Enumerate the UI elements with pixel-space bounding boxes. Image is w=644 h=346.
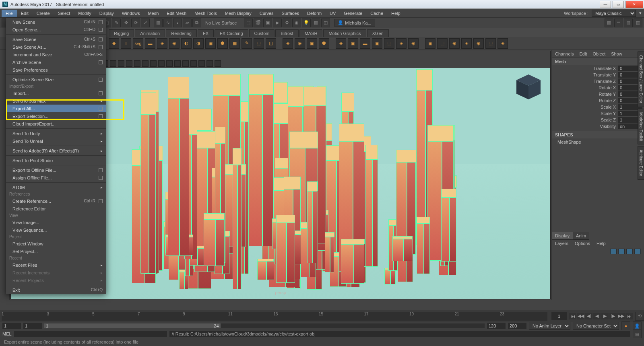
viewport-icon-20[interactable] [174,60,181,67]
shelf-tab-bifrost[interactable]: Bifrost [275,29,298,37]
viewport-icon-15[interactable] [134,60,140,67]
snap-plane-button[interactable]: ▱ [183,19,192,27]
viewport-icon-19[interactable] [166,60,173,67]
file-menu-export-to-offline-file[interactable]: Export to Offline File... [6,166,106,174]
go-to-start-button[interactable]: ⏮ [569,313,576,319]
attribute-editor-toggle-icon[interactable]: ▥ [634,19,642,27]
menu-item-select[interactable]: Select [54,10,74,17]
shelf-button-31[interactable]: ◈ [497,38,508,49]
file-menu-send-to-unreal[interactable]: Send To Unreal▸ [6,137,106,145]
autokey-button[interactable]: ● [621,321,630,330]
render-frame-button[interactable]: ▣ [263,19,272,27]
menu-item-deform[interactable]: Deform [303,10,326,17]
shelf-button-11[interactable]: ✎ [242,38,252,49]
menu-item-create[interactable]: Create [33,10,54,17]
file-menu-save-scene[interactable]: Save SceneCtrl+S [6,35,106,43]
render-settings-button[interactable]: ⚙ [283,19,291,27]
menu-item-uv[interactable]: UV [326,10,340,17]
shelf-button-26[interactable]: ⬚ [437,38,448,49]
shelf-button-9[interactable]: ⬢ [217,38,228,49]
menu-item-surfaces[interactable]: Surfaces [278,10,303,17]
snap-point-button[interactable]: • [173,19,182,27]
step-forward-button[interactable]: |▶ [609,313,617,319]
file-menu-increment-and-save[interactable]: Increment and SaveCtrl+Alt+S [6,51,106,58]
shelf-button-10[interactable]: ▦ [229,38,240,49]
menu-item-mesh[interactable]: Mesh [144,10,163,17]
viewcube-icon[interactable] [512,71,545,103]
render-button[interactable]: 🎬 [254,19,262,27]
ipr-button[interactable]: ▶ [273,19,282,27]
layer-template-icon[interactable] [626,249,633,254]
viewport-icon-12[interactable] [110,60,116,67]
menu-item-mesh-tools[interactable]: Mesh Tools [190,10,221,17]
file-menu-import[interactable]: Import... [6,89,106,97]
shelf-tab-rendering[interactable]: Rendering [166,29,197,37]
shape-name[interactable]: MeshShape [552,138,644,146]
shelf-button-30[interactable]: ⬚ [485,38,496,49]
magnet-icon[interactable]: ⧉ [192,19,201,27]
panel-layout2-button[interactable]: ◫ [321,19,330,27]
workspace-settings-icon[interactable]: ▾ [639,10,642,16]
hypershade-button[interactable]: ◉ [292,19,301,27]
shelf-button-2[interactable]: svg [133,38,143,49]
range-slider-track[interactable]: 124 [44,323,485,328]
file-menu-archive-scene[interactable]: Archive Scene [6,58,106,66]
shelf-button-5[interactable]: ◉ [169,38,180,49]
shelf-button-17[interactable]: ⬢ [319,38,329,49]
viewport-icon-13[interactable] [118,60,124,67]
file-menu-send-to-unity[interactable]: Send To Unity▸ [6,130,106,137]
menu-item-edit[interactable]: Edit [17,10,33,17]
anim-prefs-button[interactable]: 👤 [633,321,642,330]
current-frame-field[interactable]: 1 [551,312,567,320]
option-box-icon[interactable] [99,60,103,64]
channelbox-menu-edit[interactable]: Edit [579,51,587,56]
option-box-icon[interactable] [99,107,103,111]
channelbox-menu-channels[interactable]: Channels [555,51,574,56]
shelf-button-18[interactable]: ◈ [336,38,346,49]
shelf-button-6[interactable]: ◐ [181,38,192,49]
playback-end-field[interactable]: 120 [487,323,506,329]
option-box-icon[interactable] [99,28,103,32]
option-box-icon[interactable] [99,114,103,118]
menu-item-file[interactable]: File [2,10,17,17]
menu-item-modify[interactable]: Modify [74,10,95,17]
layer-new-icon[interactable] [634,249,641,254]
shelf-tab-mash[interactable]: MASH [299,29,323,37]
file-menu-atom[interactable]: ATOM▸ [6,183,106,191]
shelf-tab-xgen[interactable]: XGen [367,29,389,37]
file-menu-create-reference[interactable]: Create Reference...Ctrl+R [6,197,106,205]
snap-curve-button[interactable]: ∿ [163,19,172,27]
file-menu-open-scene[interactable]: Open Scene...Ctrl+O [6,26,106,33]
layer-visibility-icon[interactable] [610,249,617,254]
channel-object-name[interactable]: Mesh [552,58,644,65]
file-menu-cloud-import-export[interactable]: Cloud Import/Export... [6,120,106,128]
file-menu-optimize-scene-size[interactable]: Optimize Scene Size [6,76,106,83]
account-button[interactable]: 👤 Michalis Ka... [334,19,375,27]
option-box-icon[interactable] [99,20,103,24]
option-box-icon[interactable] [99,176,103,180]
shelf-tab-rigging[interactable]: Rigging [109,29,134,37]
panel-layout-button[interactable]: ▦ [312,19,320,27]
layer-help-menu[interactable]: Help [597,241,606,246]
viewport-icon-22[interactable] [190,60,197,67]
time-slider[interactable]: 1357911131517192123 1 ⏮ ◀◀ ◀| ◀ ▶ |▶ ▶▶ … [0,310,644,322]
file-menu-send-to-adobe-r-after-effects-r[interactable]: Send to Adobe(R) After Effects(R)▸ [6,147,106,154]
shelf-button-28[interactable]: ◈ [461,38,472,49]
viewport-icon-23[interactable] [198,60,205,67]
layer-options-menu[interactable]: Options [575,241,590,246]
layer-playback-icon[interactable] [618,249,625,254]
option-box-icon[interactable] [99,45,103,49]
file-menu-send-to-print-studio[interactable]: Send To Print Studio [6,157,106,164]
menu-item-generate[interactable]: Generate [340,10,366,17]
script-editor-button[interactable]: ▤ [633,330,642,338]
file-menu-project-window[interactable]: Project Window [6,240,106,247]
shelf-button-8[interactable]: ▣ [205,38,216,49]
channelbox-menu-object[interactable]: Object [592,51,605,56]
shelf-tab-animation[interactable]: Animation [135,29,165,37]
workspace-select[interactable]: Maya Classic [592,10,636,17]
file-menu-export-selection[interactable]: Export Selection... [6,112,106,120]
file-menu-new-scene[interactable]: New SceneCtrl+N [6,18,106,26]
paint-select-button[interactable]: ✎ [112,19,121,27]
option-box-icon[interactable] [99,199,103,203]
shelf-button-7[interactable]: ◑ [193,38,204,49]
